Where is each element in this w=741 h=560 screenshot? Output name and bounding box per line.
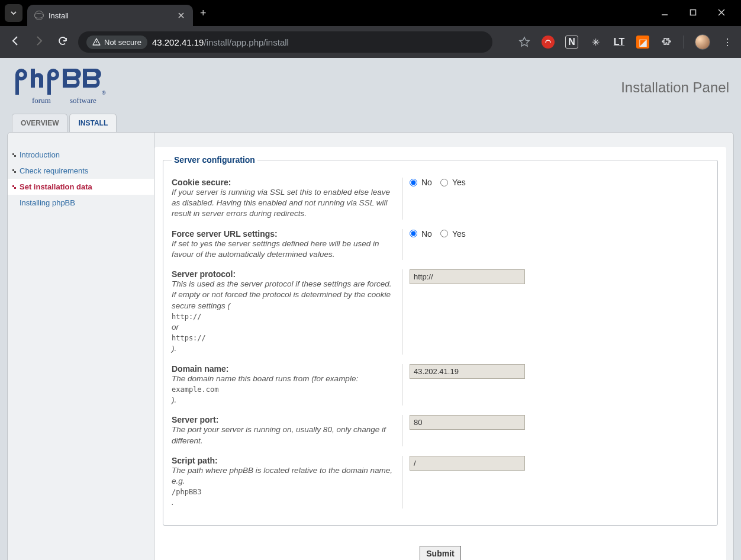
browser-toolbar: Not secure 43.202.41.19/install/app.php/… (0, 26, 741, 58)
cookie-secure-yes-radio[interactable] (440, 179, 448, 186)
profile-avatar[interactable] (695, 34, 710, 50)
new-tab-button[interactable]: + (200, 7, 207, 20)
close-icon[interactable] (176, 11, 186, 20)
svg-rect-0 (691, 10, 696, 15)
forward-button[interactable] (31, 35, 47, 50)
sidebar: Introduction Check requirements Set inst… (8, 133, 154, 560)
sidebar-item-label: Installing phpBB (20, 198, 75, 207)
security-chip[interactable]: Not secure (86, 36, 147, 49)
phpbb-logo[interactable]: forum software ® (12, 66, 136, 109)
tab-overview[interactable]: OVERVIEW (12, 114, 67, 132)
field-cookie-secure: Cookie secure: If your server is running… (172, 173, 709, 224)
field-script-path: Script path: The path where phpBB is loc… (172, 451, 709, 513)
field-label: Server protocol: (172, 269, 236, 279)
window-menu-button[interactable] (5, 4, 22, 22)
sidebar-item-label: Introduction (20, 150, 60, 159)
server-port-input[interactable] (410, 415, 525, 430)
chevron-down-icon (9, 9, 18, 17)
radio-label-yes[interactable]: Yes (452, 178, 466, 187)
browser-tab[interactable]: Install (27, 5, 193, 26)
field-help: If your server is running via SSL set th… (172, 187, 395, 220)
security-label: Not secure (104, 38, 141, 47)
warning-icon (92, 38, 101, 46)
page-body: forum software ® Installation Panel OVER… (0, 58, 741, 560)
tab-bar: Install + (0, 0, 741, 26)
field-force-server: Force server URL settings: If set to yes… (172, 224, 709, 265)
browser-chrome: Install + Not secure 43.202.41.19/inst (0, 0, 741, 58)
sidebar-item-introduction[interactable]: Introduction (8, 147, 154, 163)
menu-button[interactable]: ⋮ (721, 36, 734, 49)
main-tabs: OVERVIEW INSTALL (7, 114, 734, 132)
window-controls (656, 8, 736, 18)
field-help: This is used as the server protocol if t… (172, 279, 395, 355)
svg-text:software: software (70, 96, 96, 105)
field-label: Cookie secure: (172, 178, 231, 187)
tab-title: Install (49, 11, 172, 20)
field-domain-name: Domain name: The domain name this board … (172, 359, 709, 411)
field-server-protocol: Server protocol: This is used as the ser… (172, 265, 709, 359)
sidebar-item-set-installation-data[interactable]: Set installation data (8, 179, 154, 195)
domain-name-input[interactable] (410, 364, 525, 379)
field-server-port: Server port: The port your server is run… (172, 410, 709, 450)
tab-install[interactable]: INSTALL (69, 114, 117, 132)
extension-icon[interactable]: ✳ (589, 36, 602, 49)
address-bar[interactable]: Not secure 43.202.41.19/install/app.php/… (78, 31, 492, 53)
window-close-button[interactable] (713, 8, 730, 18)
script-path-input[interactable] (410, 456, 525, 471)
back-button[interactable] (7, 35, 24, 50)
field-label: Server port: (172, 415, 218, 424)
panel-title: Installation Panel (621, 79, 729, 96)
submit-row: Submit (163, 538, 718, 560)
extension-icon[interactable]: ◪ (636, 36, 649, 49)
sidebar-item-check-requirements[interactable]: Check requirements (8, 163, 154, 179)
force-server-no-radio[interactable] (410, 230, 417, 237)
sidebar-item-label: Check requirements (20, 166, 88, 175)
globe-icon (34, 11, 44, 20)
extension-icon[interactable] (542, 36, 555, 49)
fieldset-legend: Server configuration (172, 155, 257, 165)
page-header: forum software ® Installation Panel (7, 64, 734, 114)
field-label: Domain name: (172, 364, 228, 374)
svg-text:forum: forum (32, 96, 51, 105)
content-area: Server configuration Cookie secure: If y… (154, 147, 726, 560)
field-label: Force server URL settings: (172, 229, 278, 239)
extension-icon[interactable]: N (565, 36, 578, 49)
maximize-button[interactable] (684, 8, 702, 18)
server-config-fieldset: Server configuration Cookie secure: If y… (163, 155, 718, 526)
sidebar-item-label: Set installation data (20, 182, 92, 191)
extensions-button[interactable] (660, 36, 673, 49)
field-help: The path where phpBB is located relative… (172, 465, 395, 508)
main-panel: Introduction Check requirements Set inst… (7, 132, 734, 560)
extension-icon[interactable]: LT (613, 36, 626, 49)
submit-button[interactable]: Submit (420, 546, 460, 560)
radio-label-no[interactable]: No (421, 229, 432, 239)
server-protocol-input[interactable] (410, 269, 525, 284)
bookmark-icon[interactable] (518, 36, 531, 49)
cookie-secure-no-radio[interactable] (410, 179, 417, 186)
url-path: /install/app.php/install (204, 37, 288, 47)
reload-button[interactable] (54, 36, 71, 49)
url-host: 43.202.41.19 (152, 37, 204, 47)
minimize-button[interactable] (656, 8, 674, 18)
field-help: If set to yes the server settings define… (172, 239, 395, 260)
svg-text:®: ® (102, 90, 106, 96)
sidebar-item-installing-phpbb[interactable]: Installing phpBB (8, 195, 154, 211)
field-help: The domain name this board runs from (fo… (172, 374, 395, 406)
field-help: The port your server is running on, usua… (172, 424, 395, 446)
force-server-yes-radio[interactable] (440, 230, 448, 237)
separator (684, 36, 684, 49)
radio-label-yes[interactable]: Yes (452, 229, 466, 239)
field-label: Script path: (172, 456, 218, 465)
radio-label-no[interactable]: No (421, 178, 432, 187)
toolbar-icons: N ✳ LT ◪ ⋮ (518, 34, 734, 50)
